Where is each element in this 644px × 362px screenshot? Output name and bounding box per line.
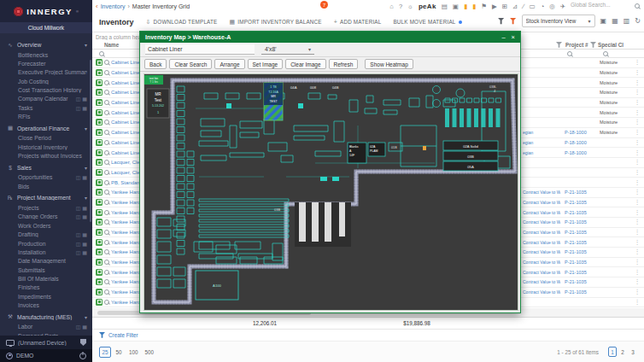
flag-icon[interactable]: ⚑ — [481, 3, 487, 10]
global-search-icon[interactable] — [635, 3, 640, 9]
project-cell[interactable]: P-18-1000 — [565, 128, 597, 137]
search-icon[interactable] — [104, 240, 109, 245]
project-cell[interactable]: P-21-1035 — [565, 277, 597, 287]
toolbar-button-add-material[interactable]: +ADD MATERIAL — [334, 19, 382, 25]
help-icon[interactable]: ? — [399, 3, 402, 10]
page-2[interactable]: 2 — [618, 347, 627, 357]
app-logo[interactable]: INNERGY ® — [0, 0, 92, 22]
search-icon[interactable] — [104, 210, 109, 215]
row-menu-icon[interactable]: ⋮ — [633, 298, 641, 307]
search-icon[interactable] — [104, 60, 109, 65]
target-icon[interactable]: ◎ — [549, 3, 555, 10]
bin-map-icon[interactable] — [96, 189, 102, 196]
item-name-link[interactable]: Cabinet Liner — [111, 120, 142, 125]
toolbar-button-import-inventory-balance[interactable]: ▦IMPORT INVENTORY BALANCE — [230, 19, 322, 26]
project-cell[interactable]: P-18-1000 — [565, 148, 597, 157]
grid-icon[interactable]: ⊞ — [502, 3, 507, 10]
pencil-icon[interactable]: ∕ — [523, 3, 524, 10]
modal-button-set-image[interactable]: Set Image — [248, 59, 284, 69]
plane-icon[interactable]: ✈ — [560, 3, 565, 10]
row-menu-icon[interactable]: ⋮ — [633, 118, 641, 127]
search-icon[interactable] — [104, 80, 109, 85]
sidebar-section-manufacturing-mes[interactable]: ⚒Manufacturing (MES)▾ — [0, 312, 92, 323]
row-menu-icon[interactable]: ⋮ — [633, 58, 641, 67]
search-icon[interactable] — [104, 270, 109, 275]
active-filter-icon[interactable] — [510, 18, 517, 25]
search-icon[interactable] — [104, 110, 109, 115]
save-view-icon[interactable]: ▣ — [600, 17, 607, 25]
special-filter-icon[interactable] — [590, 42, 596, 48]
search-icon[interactable] — [104, 219, 109, 225]
window-icon[interactable]: ▭ — [530, 3, 536, 10]
row-menu-icon[interactable]: ⋮ — [633, 158, 641, 167]
modal-button-arrange[interactable]: Arrange — [214, 59, 244, 69]
item-name-link[interactable]: Cabinet Liner — [111, 60, 142, 65]
row-menu-icon[interactable]: ⋮ — [633, 228, 641, 237]
row-menu-icon[interactable]: ⋮ — [633, 277, 641, 287]
project-cell[interactable]: P-21-1035 — [565, 237, 597, 247]
bin-map-icon[interactable] — [96, 229, 102, 236]
sidebar-item-production[interactable]: Production◫▦ — [0, 239, 92, 248]
bin-map-icon[interactable] — [96, 269, 102, 276]
page-size-100[interactable]: 100 — [126, 347, 141, 358]
sidebar-item-projects[interactable]: Projects◫▦ — [0, 203, 92, 212]
sidebar-item-finishes[interactable]: Finishes — [0, 283, 92, 292]
row-menu-icon[interactable]: ⋮ — [633, 148, 641, 157]
global-search-input[interactable] — [571, 2, 632, 8]
sidebar-item-bids[interactable]: Bids — [0, 182, 92, 190]
row-menu-icon[interactable]: ⋮ — [633, 78, 641, 87]
sidebar-item-executive-project-summary[interactable]: Executive Project Summary — [0, 68, 92, 77]
column-name[interactable]: Name — [104, 42, 119, 48]
bookmark-icon-2[interactable]: ▮ — [472, 3, 476, 10]
modal-button-back[interactable]: Back — [144, 59, 167, 69]
item-name-link[interactable]: Cabinet Liner — [111, 100, 142, 105]
sidebar-item-work-orders[interactable]: Work Orders — [0, 221, 92, 230]
bin-map-icon[interactable] — [96, 109, 102, 116]
sidebar-item-bill-of-materials[interactable]: Bill Of Materials — [0, 274, 92, 283]
sidebar-item-drafting[interactable]: Drafting◫▦ — [0, 231, 92, 239]
page-size-500[interactable]: 500 — [143, 347, 157, 358]
bin-map-icon[interactable] — [96, 149, 102, 156]
item-name-link[interactable]: Cabinet Liner — [111, 140, 142, 145]
search-icon[interactable] — [104, 120, 109, 125]
bin-map-icon[interactable] — [96, 139, 102, 146]
bin-map-icon[interactable] — [96, 179, 102, 186]
sidebar-item-bottlenecks[interactable]: Bottlenecks — [0, 50, 92, 59]
row-menu-icon[interactable]: ⋮ — [633, 68, 641, 78]
project-cell[interactable]: P-21-1035 — [565, 267, 597, 277]
search-icon[interactable] — [104, 130, 109, 135]
toolbar-button-download-template[interactable]: ⇩DOWNLOAD TEMPLATE — [146, 19, 218, 26]
bin-map-icon[interactable] — [96, 209, 102, 216]
search-icon[interactable] — [104, 90, 109, 95]
name-filter-search-icon[interactable] — [99, 51, 104, 56]
modal-button-clear-search[interactable]: Clear Search — [169, 59, 212, 69]
chart-icon[interactable]: ⊿ — [512, 3, 518, 10]
search-icon[interactable] — [104, 170, 109, 175]
org-name[interactable]: Cloud Millwork — [0, 22, 92, 33]
page-size-50[interactable]: 50 — [113, 347, 125, 358]
ideas-icon[interactable]: ☼ — [407, 3, 413, 10]
sidebar-item-impediments[interactable]: Impediments — [0, 292, 92, 301]
sidebar-item-company-calendar[interactable]: Company Calendar◫▦ — [0, 95, 92, 103]
sidebar-section-sales[interactable]: $Sales▾ — [0, 162, 92, 173]
user-row[interactable]: DEMO — [0, 349, 92, 362]
row-menu-icon[interactable]: ⋮ — [633, 207, 641, 217]
row-menu-icon[interactable]: ⋮ — [633, 108, 641, 117]
row-menu-icon[interactable]: ⋮ — [633, 288, 641, 297]
apps-icon[interactable]: ▤ — [442, 3, 448, 10]
bin-map-icon[interactable] — [96, 259, 102, 266]
view-select-dropdown[interactable]: Stock Inventory View ▾ — [522, 15, 595, 27]
bin-map-icon[interactable] — [96, 169, 102, 176]
row-menu-icon[interactable]: ⋮ — [633, 258, 641, 267]
row-menu-icon[interactable]: ⋮ — [633, 88, 641, 97]
bin-map-icon[interactable] — [96, 119, 102, 126]
bin-map-icon[interactable] — [96, 79, 102, 86]
device-row[interactable]: (Unnamed Device) — [0, 336, 92, 349]
export-icon[interactable]: ▥ — [624, 17, 630, 25]
search-icon[interactable] — [104, 200, 109, 205]
item-name-link[interactable]: Cabinet Liner — [111, 110, 142, 115]
project-cell[interactable]: P-21-1035 — [565, 258, 597, 267]
search-icon[interactable] — [104, 100, 109, 105]
modal-button-clear-image[interactable]: Clear Image — [285, 59, 325, 69]
project-cell[interactable]: P-21-1035 — [565, 188, 597, 197]
